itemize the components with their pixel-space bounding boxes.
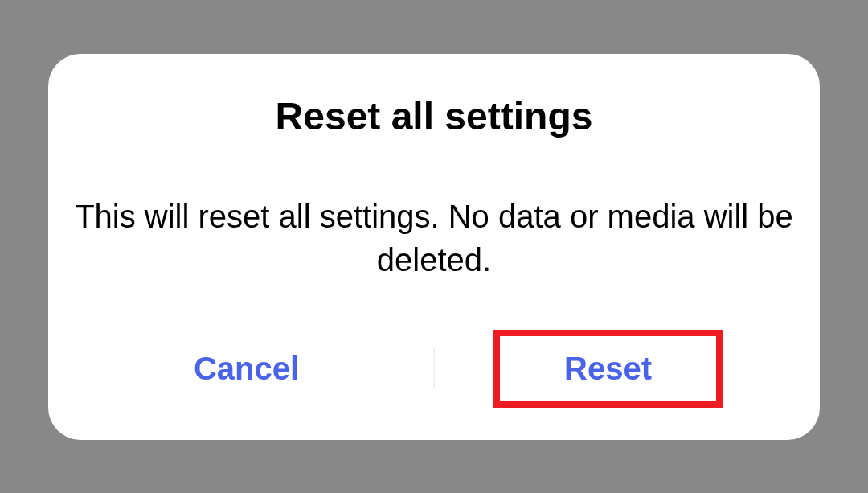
- reset-button-highlight: Reset: [493, 330, 723, 408]
- dialog-message: This will reset all settings. No data or…: [72, 195, 796, 281]
- reset-button[interactable]: Reset: [532, 339, 684, 398]
- dialog-button-row: Cancel Reset: [72, 330, 796, 408]
- button-divider: [434, 348, 435, 388]
- reset-settings-dialog: Reset all settings This will reset all s…: [48, 54, 820, 440]
- dialog-title: Reset all settings: [276, 94, 593, 138]
- cancel-button[interactable]: Cancel: [145, 336, 347, 401]
